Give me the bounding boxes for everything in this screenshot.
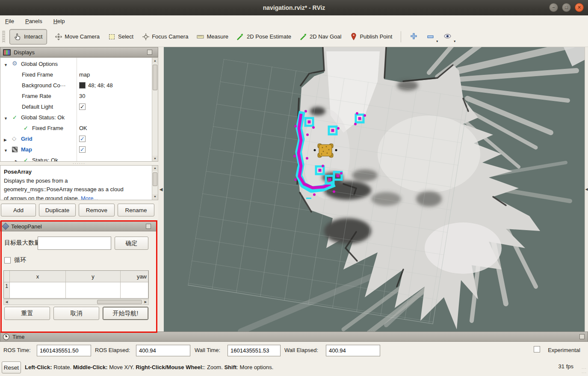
tree-row-map-status[interactable]: ▶ ✓ Status: Ok [0,155,152,162]
displays-panel-header[interactable]: Displays [0,47,158,57]
tool-focus-camera[interactable]: Focus Camera [138,30,192,44]
background-color-value[interactable]: 48; 48; 48 [88,82,113,89]
scrollbar-thumb[interactable] [153,65,157,90]
goal-table-hscrollbar[interactable]: ◀ ▶ [3,299,149,305]
ros-elapsed-input[interactable] [136,345,190,356]
viewport-splitter-dots[interactable]: ······ [368,329,381,331]
scrollbar-thumb[interactable] [153,172,157,186]
tool-publish-point[interactable]: Publish Point [346,30,396,44]
experimental-checkbox[interactable] [534,346,540,352]
row-header[interactable]: 1 [4,282,10,298]
more-info-link[interactable]: More... [81,195,98,201]
tree-row-default-light[interactable]: Default Light ✓ [0,101,152,112]
color-swatch[interactable] [79,82,86,89]
view-visibility-button[interactable]: ▾ [439,30,456,44]
panel-splitter[interactable]: ◀ [158,47,164,332]
default-light-checkbox[interactable]: ✓ [79,104,86,110]
tool-move-camera[interactable]: Move Camera [50,30,104,44]
panel-horizontal-splitter[interactable]: ······ [0,162,158,165]
zoom-out-button[interactable]: ▾ [422,30,439,44]
left-panel-column: Displays ▼ ⚙ Global Options Fixed Frame … [0,47,158,332]
status-ok-check-icon: ✓ [24,157,28,162]
zoom-in-button[interactable] [405,30,422,44]
fixed-frame-value[interactable]: map [79,71,90,78]
tool-select[interactable]: Select [104,30,138,44]
tool-measure[interactable]: Measure [192,30,233,44]
tree-row-fixed-frame[interactable]: Fixed Frame map [0,69,152,80]
tree-row-map[interactable]: ▼ Map ✓ [0,144,152,155]
remove-button[interactable]: Remove [79,204,115,216]
3d-viewport[interactable]: ······ [164,47,585,332]
tree-row-grid[interactable]: ▶ ◇ Grid ✓ [0,133,152,144]
time-float-button[interactable] [579,334,585,339]
column-header-x[interactable]: x [10,271,66,282]
frame-rate-value[interactable]: 30 [79,92,85,100]
max-goal-input[interactable] [38,237,111,250]
table-cell-yaw[interactable] [121,282,148,298]
table-cell-x[interactable] [10,282,66,298]
tree-row-fixed-frame-status[interactable]: ✓ Fixed Frame OK [0,123,152,133]
scroll-right-arrow[interactable]: ▶ [143,299,148,305]
scroll-up-arrow[interactable]: ▲ [152,58,158,63]
displays-tree-scrollbar[interactable]: ▲ ▼ [152,58,158,161]
tool-interact[interactable]: Interact [9,29,47,44]
cancel-button[interactable]: 取消 [53,307,99,320]
scrollbar-thumb[interactable] [97,300,142,304]
resize-grip[interactable]: ······ [582,366,587,375]
expander-icon[interactable]: ▼ [4,62,8,69]
map-enabled-checkbox[interactable]: ✓ [79,146,86,153]
expander-icon[interactable]: ▶ [15,158,18,162]
close-button[interactable]: ✕ [575,3,584,12]
expander-icon[interactable]: ▶ [4,136,7,144]
displays-float-button[interactable] [147,50,152,55]
ros-time-input[interactable] [37,345,91,356]
gear-icon: ⚙ [12,60,18,67]
reset-goals-button[interactable]: 重置 [4,307,50,320]
selection-box-icon [108,33,115,40]
rename-button[interactable]: Rename [118,204,154,216]
display-panel-icon [3,49,11,56]
scroll-up-arrow[interactable]: ▲ [152,166,158,171]
teleop-panel-header[interactable]: TeleopPanel [0,221,157,231]
reset-button[interactable]: Reset [2,361,21,373]
clock-icon [3,334,9,340]
tree-row-background-color[interactable]: Background Co··· 48; 48; 48 [0,80,152,91]
time-panel-header[interactable]: Time [0,332,588,342]
grid-enabled-checkbox[interactable]: ✓ [79,136,86,142]
ruler-icon [197,33,204,40]
right-panel-splitter[interactable]: ◀ [585,47,588,332]
duplicate-button[interactable]: Duplicate [39,204,76,216]
expander-icon[interactable]: ▼ [4,115,8,122]
collapse-right-icon[interactable]: ◀ [585,187,588,191]
menu-panels[interactable]: Panels [25,18,42,24]
tree-row-frame-rate[interactable]: Frame Rate 30 [0,91,152,101]
wall-time-input[interactable] [228,345,281,356]
menu-help[interactable]: Help [53,18,65,24]
loop-checkbox[interactable] [4,257,11,263]
expander-icon[interactable]: ▼ [4,147,8,154]
display-actions: Add Duplicate Remove Rename [1,204,154,216]
add-button[interactable]: Add [1,204,36,216]
tool-2d-pose-estimate[interactable]: 2D Pose Estimate [233,30,295,44]
teleop-float-button[interactable] [146,224,151,229]
table-cell-y[interactable] [66,282,121,298]
wall-elapsed-input[interactable] [326,345,380,356]
titlebar[interactable]: navigation.rviz* - RViz − □ ✕ [0,0,588,16]
scroll-down-arrow[interactable]: ▼ [152,194,158,200]
tree-row-global-options[interactable]: ▼ ⚙ Global Options [0,59,152,69]
maximize-button[interactable]: □ [562,3,571,12]
collapse-left-icon[interactable]: ◀ [160,187,163,192]
column-header-yaw[interactable]: yaw [121,271,148,282]
start-navigation-button[interactable]: 开始导航! [103,307,148,320]
column-header-y[interactable]: y [66,271,121,282]
tool-2d-nav-goal[interactable]: 2D Nav Goal [295,30,346,44]
tree-row-global-status[interactable]: ▼ ✓ Global Status: Ok [0,112,152,123]
description-scrollbar[interactable]: ▲ ▼ [152,166,158,200]
menu-file[interactable]: File [5,18,14,24]
confirm-button[interactable]: 确定 [115,237,148,250]
scroll-down-arrow[interactable]: ▼ [152,156,158,161]
time-values-row: ROS Time: ROS Elapsed: Wall Time: Wall E… [0,342,588,359]
minimize-button[interactable]: − [549,3,558,12]
scroll-left-arrow[interactable]: ◀ [4,299,9,305]
toolbar-drag-handle[interactable] [2,31,5,43]
